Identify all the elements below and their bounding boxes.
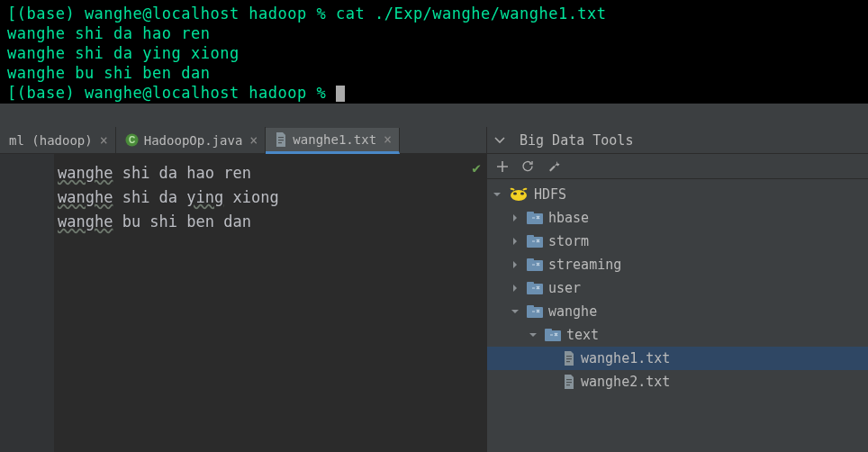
file-icon bbox=[563, 375, 575, 389]
tree-item-user[interactable]: user bbox=[487, 276, 868, 300]
tree-item-wanghe2-txt[interactable]: wanghe2.txt bbox=[487, 370, 868, 393]
terminal-command: cat ./Exp/wanghe/wanghe1.txt bbox=[336, 5, 607, 23]
wrench-icon[interactable] bbox=[547, 159, 561, 173]
tree-item-label: wanghe1.txt bbox=[581, 350, 670, 366]
editor-tab-bar: ml (hadoop) × C HadoopOp.java × wanghe1.… bbox=[0, 127, 486, 154]
chevron-down-icon[interactable] bbox=[487, 127, 512, 154]
editor-code[interactable]: wanghe shi da hao ren wanghe shi da ying… bbox=[54, 154, 283, 452]
terminal-cursor bbox=[336, 86, 345, 102]
close-icon[interactable]: × bbox=[100, 132, 108, 149]
tree-item-label: streaming bbox=[548, 257, 621, 273]
tab-label: wanghe1.txt bbox=[293, 132, 376, 147]
arrow-right-icon[interactable] bbox=[511, 213, 523, 222]
arrow-down-icon[interactable] bbox=[529, 330, 541, 339]
tools-header: Big Data Tools bbox=[487, 127, 868, 154]
editor-token: wanghe bbox=[58, 188, 113, 206]
svg-rect-2 bbox=[278, 137, 284, 138]
close-icon[interactable]: × bbox=[249, 132, 258, 149]
tab-hadoopop-java[interactable]: C HadoopOp.java × bbox=[116, 127, 267, 153]
terminal-prompt: [(base) wanghe@localhost hadoop % bbox=[7, 84, 336, 102]
tree-item-label: text bbox=[566, 327, 599, 343]
close-icon[interactable]: × bbox=[384, 131, 392, 148]
tree-item-wanghe1-txt[interactable]: wanghe1.txt bbox=[487, 347, 868, 370]
arrow-down-icon[interactable] bbox=[493, 190, 505, 199]
big-data-tools-panel: Big Data Tools HDFShbasestormstreamingus… bbox=[486, 127, 868, 452]
svg-rect-3 bbox=[278, 140, 284, 140]
editor-text: shi da hao ren bbox=[113, 164, 251, 182]
svg-point-7 bbox=[520, 193, 524, 195]
hadoop-icon bbox=[509, 187, 529, 202]
tree-item-label: HDFS bbox=[534, 186, 566, 203]
svg-rect-13 bbox=[527, 258, 534, 262]
file-icon bbox=[563, 351, 575, 366]
tree-item-storm[interactable]: storm bbox=[487, 230, 868, 253]
editor-text: bu shi ben dan bbox=[113, 212, 251, 231]
breadcrumb-bar bbox=[0, 104, 868, 127]
terminal-output-line: wanghe shi da ying xiong bbox=[7, 43, 861, 63]
tools-toolbar bbox=[487, 154, 868, 179]
terminal-output-line: wanghe shi da hao ren bbox=[7, 23, 861, 43]
svg-rect-23 bbox=[566, 379, 572, 380]
editor-text: shi da bbox=[113, 188, 186, 206]
svg-rect-15 bbox=[527, 282, 534, 285]
svg-rect-4 bbox=[278, 142, 282, 143]
tools-title: Big Data Tools bbox=[512, 132, 633, 149]
tree-item-hdfs[interactable]: HDFS bbox=[487, 183, 868, 206]
editor-text: xiong bbox=[223, 188, 278, 206]
svg-rect-19 bbox=[545, 329, 552, 332]
editor-token: wanghe bbox=[58, 164, 113, 182]
folder-icon bbox=[527, 282, 543, 294]
tree-item-text[interactable]: text bbox=[487, 323, 868, 347]
folder-icon bbox=[527, 258, 543, 271]
svg-rect-11 bbox=[527, 235, 534, 239]
tree-item-label: user bbox=[548, 280, 581, 296]
editor-gutter[interactable] bbox=[0, 154, 54, 452]
terminal-panel[interactable]: [(base) wanghe@localhost hadoop % cat ./… bbox=[0, 0, 868, 104]
arrow-down-icon[interactable] bbox=[511, 307, 523, 316]
tools-tree[interactable]: HDFShbasestormstreaminguserwanghetextwan… bbox=[487, 179, 868, 452]
tree-item-label: wanghe2.txt bbox=[581, 374, 670, 390]
svg-rect-24 bbox=[566, 382, 572, 383]
tab-label: ml (hadoop) bbox=[9, 133, 93, 148]
folder-icon bbox=[527, 235, 543, 248]
folder-icon bbox=[527, 212, 543, 224]
svg-text:C: C bbox=[129, 135, 135, 145]
arrow-right-icon[interactable] bbox=[511, 237, 523, 246]
inspection-ok-icon[interactable]: ✔ bbox=[472, 159, 481, 176]
svg-rect-22 bbox=[566, 361, 570, 362]
svg-point-6 bbox=[513, 193, 517, 195]
svg-rect-20 bbox=[566, 356, 572, 357]
add-icon[interactable] bbox=[496, 160, 509, 173]
file-icon bbox=[275, 132, 287, 147]
terminal-prompt: [(base) wanghe@localhost hadoop % bbox=[7, 5, 336, 23]
arrow-right-icon[interactable] bbox=[511, 284, 523, 293]
tree-item-label: hbase bbox=[548, 210, 589, 226]
tree-item-label: storm bbox=[548, 233, 589, 249]
arrow-right-icon[interactable] bbox=[511, 260, 523, 269]
tree-item-streaming[interactable]: streaming bbox=[487, 253, 868, 276]
tab-label: HadoopOp.java bbox=[144, 133, 243, 148]
editor-token: ying bbox=[186, 188, 223, 206]
svg-rect-25 bbox=[566, 384, 570, 385]
editor-area: ml (hadoop) × C HadoopOp.java × wanghe1.… bbox=[0, 127, 486, 452]
editor-body[interactable]: wanghe shi da hao ren wanghe shi da ying… bbox=[0, 154, 486, 452]
tab-ml-hadoop[interactable]: ml (hadoop) × bbox=[0, 127, 116, 153]
svg-rect-9 bbox=[527, 212, 534, 215]
tree-item-hbase[interactable]: hbase bbox=[487, 206, 868, 230]
tree-item-wanghe[interactable]: wanghe bbox=[487, 300, 868, 323]
svg-rect-17 bbox=[527, 305, 534, 309]
folder-icon bbox=[527, 305, 543, 318]
editor-token: wanghe bbox=[58, 212, 113, 231]
svg-rect-21 bbox=[566, 358, 572, 359]
folder-icon bbox=[545, 329, 561, 341]
refresh-icon[interactable] bbox=[521, 159, 535, 173]
terminal-output-line: wanghe bu shi ben dan bbox=[7, 63, 861, 83]
tab-wanghe1-txt[interactable]: wanghe1.txt × bbox=[266, 128, 400, 154]
java-class-icon: C bbox=[125, 133, 139, 147]
tree-item-label: wanghe bbox=[548, 303, 597, 320]
svg-point-5 bbox=[511, 190, 527, 201]
